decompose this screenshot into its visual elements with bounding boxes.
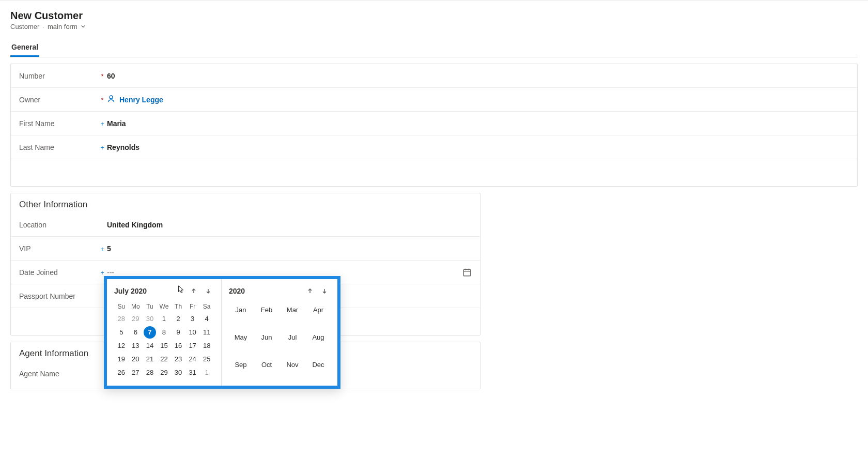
calendar-month-cell[interactable]: Mar: [281, 304, 304, 316]
location-value[interactable]: United Kingdom: [107, 221, 472, 229]
calendar-month-cell[interactable]: May: [229, 331, 253, 343]
recommended-indicator: +: [100, 143, 105, 151]
calendar-month-cell[interactable]: Aug: [306, 331, 330, 343]
last-name-value[interactable]: Reynolds: [107, 143, 849, 151]
calendar-dow: Tu: [143, 301, 157, 312]
calendar-dow: Mo: [129, 301, 143, 312]
empty-row: [11, 159, 857, 183]
calendar-month-cell[interactable]: Jun: [255, 331, 278, 343]
number-value[interactable]: 60: [107, 72, 849, 80]
calendar-month-title[interactable]: July 2020: [114, 287, 154, 295]
calendar-day[interactable]: 3: [187, 313, 199, 325]
calendar-day[interactable]: 31: [187, 367, 199, 379]
vip-value[interactable]: 5: [107, 245, 472, 253]
calendar-day[interactable]: 17: [187, 340, 199, 352]
calendar-year-pane: 2020 JanFebMarAprMayJunJulAugSepOctNovDe…: [222, 279, 337, 386]
calendar-month-cell[interactable]: Oct: [255, 359, 278, 371]
field-owner[interactable]: Owner * Henry Legge: [11, 88, 857, 112]
calendar-dow: Fr: [185, 301, 200, 312]
person-icon: [107, 95, 115, 104]
calendar-day[interactable]: 15: [158, 340, 170, 352]
calendar-icon[interactable]: [462, 268, 472, 277]
breadcrumb[interactable]: Customer · main form: [10, 23, 858, 30]
calendar-month-pane: July 2020: [107, 279, 222, 386]
calendar-day[interactable]: 9: [172, 326, 184, 339]
field-last-name[interactable]: Last Name + Reynolds: [11, 135, 857, 159]
svg-rect-1: [463, 269, 471, 276]
calendar-day[interactable]: 14: [144, 340, 156, 352]
calendar-day[interactable]: 11: [200, 326, 213, 339]
calendar-day[interactable]: 5: [115, 326, 128, 339]
calendar-day[interactable]: 4: [200, 313, 213, 325]
calendar-day[interactable]: 23: [172, 353, 184, 365]
first-name-value[interactable]: Maria: [107, 119, 849, 128]
entity-name: Customer: [10, 23, 39, 30]
calendar-month-cell[interactable]: Nov: [281, 359, 304, 371]
calendar-day[interactable]: 24: [187, 353, 199, 365]
calendar-prev-year[interactable]: [304, 285, 316, 297]
owner-lookup[interactable]: Henry Legge: [119, 96, 163, 104]
agent-name-label: Agent Name: [19, 370, 59, 378]
calendar-day[interactable]: 28: [144, 367, 156, 379]
calendar-month-cell[interactable]: Apr: [306, 304, 330, 316]
calendar-day[interactable]: 29: [158, 367, 170, 379]
field-vip[interactable]: VIP + 5: [11, 237, 480, 261]
owner-label: Owner: [19, 96, 40, 104]
calendar-day[interactable]: 25: [200, 353, 213, 365]
calendar-dow: Th: [171, 301, 185, 312]
calendar-day[interactable]: 2: [172, 313, 184, 325]
calendar-month-cell[interactable]: Jan: [229, 304, 253, 316]
tab-general[interactable]: General: [10, 40, 39, 57]
first-name-label: First Name: [19, 119, 54, 128]
last-name-label: Last Name: [19, 143, 54, 151]
calendar-day[interactable]: 20: [129, 353, 142, 365]
calendar-day[interactable]: 28: [115, 313, 128, 325]
required-indicator: *: [100, 96, 105, 103]
calendar-next-year[interactable]: [319, 285, 330, 297]
field-date-joined[interactable]: Date Joined + --- July 2020: [11, 261, 480, 284]
calendar-day[interactable]: 27: [129, 367, 142, 379]
calendar-day[interactable]: 18: [200, 340, 213, 352]
calendar-day[interactable]: 6: [129, 326, 142, 339]
calendar-day[interactable]: 1: [200, 367, 213, 379]
chevron-down-icon[interactable]: [81, 23, 86, 30]
required-indicator: *: [100, 72, 105, 80]
calendar-month-cell[interactable]: Sep: [229, 359, 253, 371]
calendar-day[interactable]: 19: [115, 353, 128, 365]
field-location[interactable]: Location * United Kingdom: [11, 213, 480, 237]
date-joined-value[interactable]: ---: [107, 268, 114, 277]
calendar-year-title[interactable]: 2020: [229, 287, 301, 295]
calendar-month-cell[interactable]: Jul: [281, 331, 304, 343]
tabs: General: [10, 40, 858, 57]
field-number[interactable]: Number * 60: [11, 64, 857, 88]
calendar-day[interactable]: 10: [187, 326, 199, 339]
calendar-day[interactable]: 26: [115, 367, 128, 379]
page-title: New Customer: [10, 10, 858, 22]
calendar-prev-month[interactable]: [188, 285, 199, 297]
calendar-dow: We: [157, 301, 172, 312]
calendar-day[interactable]: 13: [129, 340, 142, 352]
calendar-day[interactable]: 1: [158, 313, 170, 325]
section-general: Number * 60 Owner * Henry Legge First: [10, 64, 858, 187]
calendar-dow: Su: [114, 301, 129, 312]
calendar-day[interactable]: 30: [172, 367, 184, 379]
calendar-day[interactable]: 21: [144, 353, 156, 365]
other-info-title: Other Information: [11, 193, 480, 213]
calendar-day[interactable]: 30: [144, 313, 156, 325]
form-selector-label[interactable]: main form: [48, 23, 78, 30]
section-other-information: Other Information Location * United King…: [10, 193, 481, 335]
field-first-name[interactable]: First Name + Maria: [11, 112, 857, 135]
calendar-day[interactable]: 16: [172, 340, 184, 352]
calendar-day[interactable]: 7: [144, 326, 156, 339]
calendar-day[interactable]: 8: [158, 326, 170, 339]
svg-point-0: [110, 96, 113, 99]
recommended-indicator: +: [100, 119, 105, 127]
vip-label: VIP: [19, 245, 31, 253]
calendar-next-month[interactable]: [203, 285, 214, 297]
calendar-day[interactable]: 29: [129, 313, 142, 325]
calendar-month-cell[interactable]: Feb: [255, 304, 278, 316]
date-picker-popup[interactable]: July 2020: [104, 276, 340, 389]
calendar-day[interactable]: 22: [158, 353, 170, 365]
calendar-day[interactable]: 12: [115, 340, 128, 352]
calendar-month-cell[interactable]: Dec: [306, 359, 330, 371]
